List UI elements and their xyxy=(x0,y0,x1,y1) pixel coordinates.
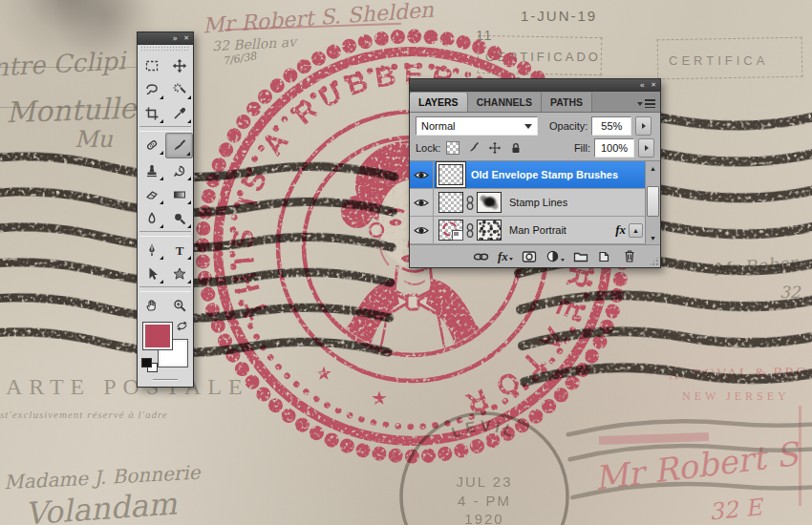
default-colors-icon[interactable] xyxy=(141,358,157,371)
rectangular-marquee-tool[interactable] xyxy=(138,53,165,77)
fill-spinner[interactable] xyxy=(638,138,654,158)
pen-tool[interactable] xyxy=(138,238,165,262)
adjustment-layer-icon[interactable] xyxy=(545,249,565,263)
custom-shape-tool[interactable] xyxy=(165,262,193,285)
collapse-panel-icon[interactable]: « xyxy=(640,81,646,90)
visibility-eye-icon[interactable] xyxy=(410,189,434,216)
close-panel-icon[interactable]: ✕ xyxy=(651,81,656,90)
handwriting-top-center-2: 32 Bellon av xyxy=(212,34,297,54)
lock-transparency-icon[interactable] xyxy=(444,140,460,156)
close-panel-icon[interactable]: ✕ xyxy=(183,34,189,43)
history-brush-tool[interactable] xyxy=(165,158,193,182)
type-tool[interactable]: T xyxy=(165,238,193,262)
visibility-eye-icon[interactable] xyxy=(410,217,434,243)
layer-row-stamp-lines[interactable]: Stamp Lines xyxy=(410,189,646,217)
color-swatches xyxy=(138,320,193,373)
panel-resize-grip[interactable] xyxy=(649,256,659,266)
lasso-tool[interactable] xyxy=(138,77,165,101)
tab-channels[interactable]: CHANNELS xyxy=(468,93,542,112)
handwriting-date: 7/6/38 xyxy=(222,50,257,67)
scroll-down-icon[interactable]: ▼ xyxy=(646,231,660,244)
red-script-1: Mr Robert S xyxy=(592,434,800,497)
handwriting-right-1: Mr Rober xyxy=(712,252,797,280)
clone-stamp-tool[interactable] xyxy=(138,158,165,182)
layers-scrollbar: ▲ ▼ xyxy=(645,161,660,244)
move-tool[interactable] xyxy=(165,53,193,77)
swap-colors-icon[interactable] xyxy=(176,321,188,331)
fill-value-field[interactable]: 100% xyxy=(594,138,634,158)
zoom-tool[interactable] xyxy=(165,293,193,317)
layer-row-old-envelope-stamp-brushes[interactable]: Old Envelope Stamp Brushes xyxy=(410,161,646,189)
eyedropper-tool[interactable] xyxy=(165,101,193,125)
hand-tool[interactable] xyxy=(138,293,165,317)
lock-position-icon[interactable] xyxy=(486,140,502,156)
layer-thumbnail[interactable] xyxy=(438,164,463,185)
delete-layer-icon[interactable] xyxy=(623,249,636,263)
layer-effects-label[interactable]: fx xyxy=(615,222,629,238)
link-layers-icon[interactable] xyxy=(473,251,489,262)
tab-paths[interactable]: PATHS xyxy=(542,93,592,112)
path-selection-tool[interactable] xyxy=(138,262,165,285)
layer-row-man-portrait[interactable]: Man Portrait fx ▲ xyxy=(410,217,646,244)
lock-fill-row: Lock: Fill: 100% xyxy=(410,138,660,160)
reserve-text: st'exclusivement réservé à l'adre xyxy=(0,409,168,420)
visibility-eye-icon[interactable] xyxy=(410,161,434,188)
lock-icons xyxy=(444,140,524,156)
gradient-tool[interactable] xyxy=(165,182,193,206)
cancellation-waves-gray xyxy=(567,406,812,505)
mask-link-icon[interactable] xyxy=(466,223,474,238)
tool-divider xyxy=(139,231,191,237)
layer-mask-thumbnail[interactable] xyxy=(477,192,502,213)
ruled-line-2 xyxy=(0,107,153,108)
handwriting-bottom-left-2: Volandam xyxy=(24,485,179,525)
eraser-tool[interactable] xyxy=(138,182,165,206)
layers-panel-footer: fx xyxy=(410,244,660,267)
opacity-value-field[interactable]: 55% xyxy=(591,116,631,136)
cancellation-waves-left xyxy=(0,154,395,360)
brush-tool[interactable] xyxy=(165,133,193,158)
crop-tool[interactable] xyxy=(138,101,165,125)
mask-link-icon[interactable] xyxy=(466,196,474,210)
canvas-area[interactable]: ntre Cclipi Montulle Mu 7/6/38 Mr Robert… xyxy=(0,0,812,525)
collapse-effects-icon[interactable]: ▲ xyxy=(629,223,643,238)
palette-footer-line xyxy=(138,373,193,387)
tool-divider xyxy=(139,286,191,292)
palette-grip[interactable] xyxy=(140,46,190,52)
collapse-panel-icon[interactable]: » xyxy=(173,34,179,43)
healing-brush-tool[interactable] xyxy=(138,133,165,157)
lock-pixels-icon[interactable] xyxy=(465,140,481,156)
new-layer-icon[interactable] xyxy=(597,250,610,263)
handwriting-bottom-left-1: Madame J. Bonnerie xyxy=(4,461,202,494)
handwriting-top-left-1: ntre Cclipi xyxy=(0,46,126,81)
tab-layers[interactable]: LAYERS xyxy=(410,93,468,112)
fill-label: Fill: xyxy=(574,142,590,154)
layers-panel: « ✕ LAYERS CHANNELS PATHS Normal Opacity… xyxy=(409,78,661,268)
layer-name: Stamp Lines xyxy=(509,197,567,208)
tools-palette-titlebar: » ✕ xyxy=(138,32,193,45)
layer-thumbnail[interactable] xyxy=(438,220,463,241)
magic-wand-tool[interactable] xyxy=(165,77,193,101)
scroll-up-icon[interactable]: ▲ xyxy=(646,161,660,175)
layer-style-icon[interactable]: fx xyxy=(498,249,513,264)
new-group-icon[interactable] xyxy=(573,250,588,262)
tools-palette: » ✕ T xyxy=(137,32,194,388)
layer-mask-thumbnail[interactable] xyxy=(477,220,502,241)
dodge-tool[interactable] xyxy=(165,206,193,230)
postmark-line-2: 4 - PM xyxy=(458,493,511,509)
postmark-line-1: JUL 23 xyxy=(457,473,513,490)
postmark-line-3: 1920 xyxy=(464,511,503,525)
opacity-label: Opacity: xyxy=(549,120,588,132)
scrollbar-thumb[interactable] xyxy=(647,186,659,217)
blend-mode-select[interactable]: Normal xyxy=(416,116,538,136)
layer-thumbnail[interactable] xyxy=(438,192,463,213)
panel-menu-icon[interactable] xyxy=(637,99,660,112)
postmark-date-top: 1-JUN-19 xyxy=(521,8,597,24)
postmark-number: 11 xyxy=(476,27,493,43)
tool-divider xyxy=(139,126,191,132)
arte-postale-text: ARTE POSTALE xyxy=(6,374,249,400)
blur-tool[interactable] xyxy=(138,206,165,230)
lock-all-icon[interactable] xyxy=(507,140,524,156)
opacity-spinner[interactable] xyxy=(635,116,652,136)
add-layer-mask-icon[interactable] xyxy=(522,250,537,263)
foreground-color-swatch[interactable] xyxy=(143,323,172,349)
